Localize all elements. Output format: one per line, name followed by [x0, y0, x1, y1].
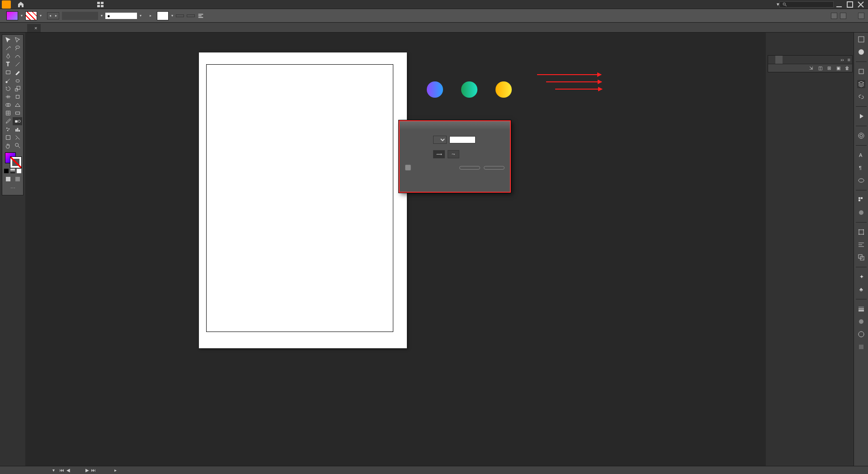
width-tool[interactable]: [3, 93, 13, 101]
zoom-tool[interactable]: [13, 142, 22, 150]
stroke-style-dropdown[interactable]: [62, 12, 98, 20]
menu-edit[interactable]: [35, 4, 42, 5]
type-tool[interactable]: T: [3, 60, 13, 68]
chevron-down-icon[interactable]: ▾: [140, 14, 142, 18]
nav-next-icon[interactable]: ▶: [85, 468, 90, 473]
scale-tool[interactable]: [13, 85, 22, 93]
mesh-tool[interactable]: [3, 109, 13, 117]
canvas[interactable]: ⟿ ⤳: [25, 33, 766, 466]
stroke-weight-dropdown[interactable]: ◂ ▸: [47, 12, 59, 19]
stroke-color[interactable]: [10, 157, 21, 168]
align-icon[interactable]: [198, 13, 204, 19]
preview-checkbox[interactable]: [405, 165, 413, 171]
artboard-nav[interactable]: ⏮ ◀ ▶ ⏭: [59, 468, 96, 473]
paragraph-icon[interactable]: ¶: [857, 164, 865, 172]
rectangle-tool[interactable]: [3, 68, 13, 76]
curvature-tool[interactable]: [13, 52, 22, 60]
screen-mode-full[interactable]: [15, 177, 20, 181]
chevron-right-icon[interactable]: ▸: [114, 468, 117, 473]
edit-toolbar-icon[interactable]: ⋯: [8, 184, 18, 192]
align-panel-icon[interactable]: [857, 241, 865, 249]
new-sublayer-icon[interactable]: ⊞: [826, 66, 832, 71]
paintbrush-tool[interactable]: [13, 68, 22, 76]
gradient-circle-1[interactable]: [427, 81, 443, 98]
symbol-sprayer-tool[interactable]: [3, 125, 13, 133]
shaper-tool[interactable]: [3, 76, 13, 85]
panel-menu-icon[interactable]: ≡: [846, 56, 852, 64]
cancel-button[interactable]: [484, 166, 505, 170]
blend-tool[interactable]: [13, 117, 22, 125]
appearance-icon[interactable]: [857, 330, 865, 338]
close-tab-icon[interactable]: ×: [34, 25, 37, 31]
lasso-tool[interactable]: [13, 44, 22, 52]
graph-tool[interactable]: [13, 125, 22, 133]
ok-button[interactable]: [459, 166, 480, 170]
panel-collapse-icon[interactable]: ››: [839, 56, 845, 64]
chevron-down-icon[interactable]: ▾: [171, 14, 173, 18]
swatches-icon[interactable]: [857, 196, 865, 204]
free-transform-tool[interactable]: [13, 93, 22, 101]
spacing-value-input[interactable]: [449, 136, 476, 143]
stroke-swatch[interactable]: [25, 11, 37, 20]
color-mode-solid[interactable]: [4, 169, 9, 173]
gradient-panel-icon[interactable]: [857, 209, 865, 217]
fill-swatch[interactable]: [6, 11, 18, 20]
layout-icon-3[interactable]: [858, 13, 864, 19]
orientation-align-path[interactable]: ⤳: [448, 150, 459, 158]
menu-select[interactable]: [57, 4, 64, 5]
graphic-styles-icon[interactable]: [857, 343, 865, 351]
shape-builder-tool[interactable]: [3, 101, 13, 109]
new-layer-icon[interactable]: ▣: [835, 66, 841, 71]
artboard-tool[interactable]: [3, 133, 13, 142]
layers-icon[interactable]: [857, 80, 865, 88]
color-mode-gradient[interactable]: [10, 169, 15, 173]
stroke-profile-input[interactable]: ●: [105, 13, 137, 19]
menu-file[interactable]: [28, 4, 35, 5]
pen-tool[interactable]: [3, 52, 13, 60]
minimize-icon[interactable]: [835, 1, 843, 8]
play-icon[interactable]: [857, 112, 865, 120]
transform-icon[interactable]: [857, 228, 865, 236]
tab-layers[interactable]: [775, 56, 783, 64]
hand-tool[interactable]: [3, 142, 13, 150]
eraser-tool[interactable]: [13, 76, 22, 85]
doc-setup-button[interactable]: [176, 14, 184, 17]
artboard[interactable]: [199, 52, 407, 348]
home-icon[interactable]: [17, 1, 24, 8]
chevron-down-icon[interactable]: ▾: [101, 14, 103, 18]
nav-prev-icon[interactable]: ◀: [66, 468, 71, 473]
libraries-icon[interactable]: [857, 67, 865, 76]
menu-window[interactable]: [79, 4, 86, 5]
menu-view[interactable]: [71, 4, 79, 5]
maximize-icon[interactable]: [846, 1, 854, 8]
opentype-icon[interactable]: [857, 176, 865, 185]
menu-object[interactable]: [42, 4, 50, 5]
color-icon[interactable]: [857, 48, 865, 56]
pathfinder-icon[interactable]: [857, 253, 865, 261]
properties-icon[interactable]: [857, 35, 865, 43]
character-icon[interactable]: A: [857, 151, 865, 159]
orientation-align-page[interactable]: ⟿: [433, 150, 445, 158]
layout-icon-2[interactable]: [840, 13, 846, 19]
rotate-tool[interactable]: [3, 85, 13, 93]
document-tab[interactable]: ×: [27, 24, 41, 32]
transparency-icon[interactable]: [857, 318, 865, 326]
workspace-icon[interactable]: [97, 1, 104, 8]
direct-selection-tool[interactable]: [13, 36, 22, 44]
links-icon[interactable]: [857, 93, 865, 101]
chevron-down-icon[interactable]: ▾: [40, 14, 42, 18]
eyedropper-tool[interactable]: [3, 117, 13, 125]
gradient-circle-3[interactable]: [495, 81, 512, 98]
layout-icon-1[interactable]: [831, 13, 837, 19]
brushes-icon[interactable]: ✦: [857, 273, 865, 281]
menu-help[interactable]: [86, 4, 93, 5]
selection-tool[interactable]: [3, 36, 13, 44]
fill-stroke-control[interactable]: [3, 152, 22, 168]
menu-type[interactable]: [50, 4, 57, 5]
line-tool[interactable]: [13, 60, 22, 68]
tab-artboards[interactable]: [768, 56, 775, 64]
preferences-button[interactable]: [187, 14, 195, 17]
screen-mode-normal[interactable]: [6, 177, 10, 181]
make-clip-icon[interactable]: ◫: [817, 66, 823, 71]
magic-wand-tool[interactable]: [3, 44, 13, 52]
